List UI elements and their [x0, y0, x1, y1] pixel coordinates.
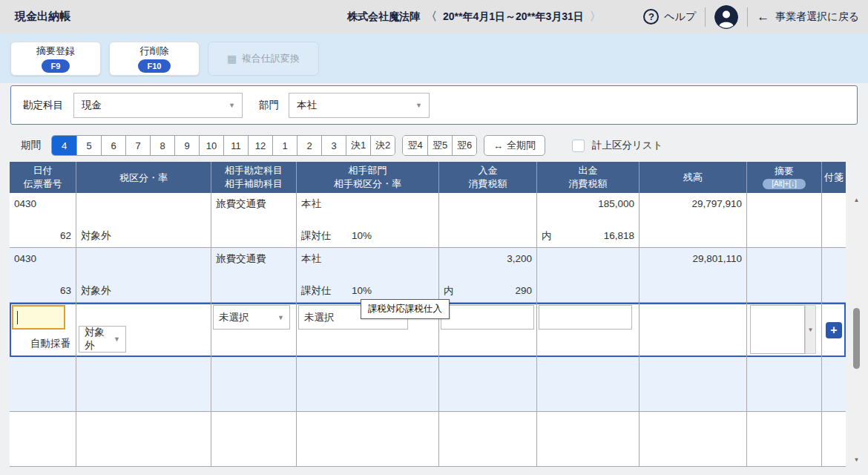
- user-avatar[interactable]: [714, 5, 738, 29]
- deposit-amount-input[interactable]: [441, 305, 534, 330]
- summary-register-button[interactable]: 摘要登録 F9: [10, 42, 101, 76]
- table-row[interactable]: 0430 62 対象外 旅費交通費 本社 課対仕 10% 185,000: [10, 193, 846, 248]
- period-tab-9[interactable]: 9: [174, 136, 199, 155]
- chevron-down-icon: ▼: [415, 102, 422, 109]
- period-tab-settle2[interactable]: 決2: [370, 136, 395, 155]
- function-toolbar: 摘要登録 F9 行削除 F10 ▦ 複合仕訳変換: [0, 33, 868, 83]
- header-line: 税区分・率: [119, 172, 168, 184]
- inner-tax-label: 内: [444, 284, 454, 298]
- period-tab-next6[interactable]: 翌6: [452, 136, 476, 155]
- counter-tax-rate: 10%: [352, 229, 372, 243]
- cell-tag: [822, 248, 846, 302]
- period-next-year-group: 翌4 翌5 翌6: [402, 135, 477, 156]
- header-line: 相手部門: [349, 165, 387, 177]
- memo-textarea[interactable]: [750, 305, 805, 354]
- date-input[interactable]: [12, 305, 65, 330]
- balance-value: 29,801,110: [644, 252, 742, 266]
- account-filter-label: 勘定科目: [23, 99, 63, 112]
- period-selector-row: 期間 4 5 6 7 8 9 10 11 12 1 2 3 決1 決2 翌4 翌…: [21, 135, 662, 156]
- memo-dropdown-arrow[interactable]: ▼: [805, 305, 816, 354]
- period-tab-2[interactable]: 2: [297, 136, 321, 155]
- add-tag-button[interactable]: +: [826, 322, 842, 338]
- cell-memo: [747, 193, 822, 247]
- period-tab-4[interactable]: 4: [52, 136, 76, 155]
- help-button[interactable]: ? ヘルプ: [643, 9, 696, 24]
- header-withdrawal: 出金 消費税額: [537, 162, 640, 193]
- f10-key-badge: F10: [138, 59, 171, 73]
- date-value: 0430: [14, 252, 71, 266]
- account-select[interactable]: 現金 ▼: [73, 93, 243, 118]
- scrollbar-thumb[interactable]: [853, 308, 860, 369]
- period-tab-12[interactable]: 12: [248, 136, 272, 155]
- dept-filter-label: 部門: [259, 99, 279, 112]
- header-line: 相手税区分・率: [334, 178, 401, 190]
- header-balance: 残高: [640, 162, 747, 193]
- scroll-up-icon[interactable]: ▲: [850, 194, 863, 205]
- cell-balance: [640, 303, 747, 357]
- header-counter-dept: 相手部門 相手税区分・率: [297, 162, 439, 193]
- period-tab-6[interactable]: 6: [101, 136, 125, 155]
- auto-number-label: 自動採番: [30, 337, 70, 350]
- period-tab-7[interactable]: 7: [125, 136, 150, 155]
- cell-counter-dept: 本社 課対仕 10%: [297, 248, 439, 302]
- cell-withdrawal: [537, 248, 640, 302]
- dept-select[interactable]: 本社 ▼: [289, 93, 430, 118]
- period-tab-next4[interactable]: 翌4: [403, 136, 427, 155]
- cell-tax-class: 対象外: [76, 248, 211, 302]
- scroll-down-icon[interactable]: ▼: [850, 454, 863, 465]
- period-tab-8[interactable]: 8: [150, 136, 174, 155]
- header-line: 消費税額: [569, 178, 608, 190]
- deposit-tax: 290: [515, 284, 532, 298]
- tax-class-value: 対象外: [81, 284, 206, 298]
- withdrawal-amount: 185,000: [542, 197, 634, 211]
- person-icon: [714, 5, 738, 29]
- tax-class-select[interactable]: 対象外 ▼: [79, 326, 126, 353]
- withdrawal-amount-input[interactable]: [539, 305, 632, 330]
- period-tab-settle1[interactable]: 決1: [346, 136, 370, 155]
- header-memo: 摘要 [Alt]+[↓]: [747, 162, 822, 193]
- period-tab-next5[interactable]: 翌5: [427, 136, 452, 155]
- all-period-button[interactable]: ↔ 全期間: [484, 135, 545, 156]
- header-line: 付箋: [824, 171, 844, 183]
- next-period-icon[interactable]: 〉: [590, 10, 601, 24]
- header-deposit: 入金 消費税額: [439, 162, 537, 193]
- period-tab-5[interactable]: 5: [76, 136, 101, 155]
- grid-icon: ▦: [227, 53, 237, 65]
- cell-balance: 29,797,910: [640, 193, 747, 247]
- header-counter-account: 相手勘定科目 相手補助科目: [211, 162, 297, 193]
- period-tab-1[interactable]: 1: [272, 136, 297, 155]
- cell-counter-account: 旅費交通費: [211, 248, 297, 302]
- period-tab-11[interactable]: 11: [223, 136, 248, 155]
- tax-category-tooltip: 課税対応課税仕入: [361, 299, 450, 319]
- counter-dept-value: 本社: [301, 197, 434, 211]
- cell-balance: 29,801,110: [640, 248, 747, 302]
- cell-withdrawal: [537, 303, 640, 357]
- prev-period-icon[interactable]: 〈: [426, 10, 437, 24]
- table-row[interactable]: 0430 63 対象外 旅費交通費 本社 課対仕 10% 3,200 内 290: [10, 248, 846, 303]
- alt-down-shortcut-badge: [Alt]+[↓]: [763, 179, 806, 189]
- company-period-group: 株式会社魔法陣 〈 20**年4月1日～20**年3月31日 〉: [347, 0, 601, 33]
- empty-row[interactable]: [10, 412, 846, 467]
- row-delete-button[interactable]: 行削除 F10: [109, 42, 200, 76]
- counter-account-select[interactable]: 未選択 ▼: [213, 305, 290, 330]
- text-caret: [17, 311, 18, 324]
- header-line: 相手勘定科目: [225, 165, 283, 177]
- back-to-business-select-button[interactable]: ← 事業者選択に戻る: [757, 10, 859, 24]
- period-tab-3[interactable]: 3: [321, 136, 346, 155]
- cell-date-slip: 自動採番: [10, 303, 76, 357]
- cell-date-slip: 0430 63: [10, 248, 76, 302]
- page-title: 現金出納帳: [15, 10, 70, 24]
- vertical-scrollbar[interactable]: ▲ ▼: [850, 193, 863, 466]
- all-period-label: 全期間: [507, 139, 536, 152]
- left-right-arrow-icon: ↔: [493, 140, 503, 151]
- period-tab-10[interactable]: 10: [199, 136, 223, 155]
- empty-row[interactable]: [10, 357, 846, 412]
- cell-date-slip: 0430 62: [10, 193, 76, 247]
- company-name: 株式会社魔法陣: [347, 10, 420, 24]
- posting-category-list-checkbox[interactable]: [572, 140, 585, 152]
- counter-tax-rate: 10%: [352, 284, 372, 298]
- fiscal-date-range: 20**年4月1日～20**年3月31日: [443, 10, 584, 24]
- header-actions: ? ヘルプ ← 事業者選択に戻る: [643, 0, 859, 33]
- divider: [705, 7, 706, 27]
- chevron-down-icon: ▼: [277, 314, 284, 321]
